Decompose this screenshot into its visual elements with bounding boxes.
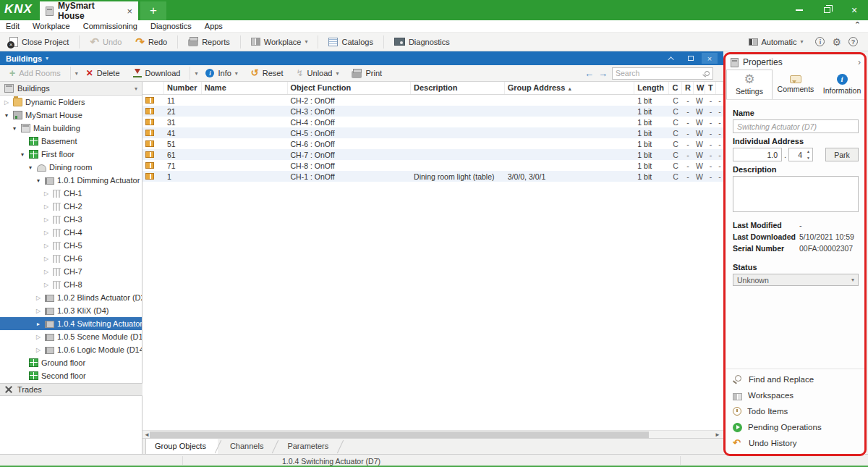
- tree-item[interactable]: ▷1.0.3 KliX (D4): [0, 304, 142, 317]
- tree-item[interactable]: ▷CH-6: [0, 252, 142, 265]
- sidebar-tool-pending-operations[interactable]: Pending Operations: [726, 419, 865, 435]
- tree-item[interactable]: ▸1.0.4 Switching Actuator (D7): [0, 317, 142, 330]
- print-button[interactable]: Print: [346, 67, 387, 80]
- table-row[interactable]: 1CH-1 : OnOffDining room light (table)3/…: [142, 171, 723, 182]
- table-row[interactable]: 11CH-2 : OnOff1 bitC-W--: [142, 95, 723, 106]
- window-close-button[interactable]: ×: [841, 0, 868, 20]
- column-header-t[interactable]: T: [705, 82, 716, 94]
- info-circle-icon[interactable]: i: [815, 37, 825, 46]
- address-device-stepper[interactable]: 4 ▲▼: [788, 148, 813, 161]
- column-header-c[interactable]: C: [669, 82, 682, 94]
- chevron-down-icon[interactable]: ▾: [46, 55, 48, 62]
- expand-arrow-icon[interactable]: ▷: [43, 282, 50, 288]
- reset-button[interactable]: ↺ Reset: [246, 66, 289, 80]
- tree-item[interactable]: ▷CH-8: [0, 278, 142, 291]
- tab-channels[interactable]: Channels: [221, 439, 275, 454]
- tree-item[interactable]: Basement: [0, 135, 142, 148]
- tree-item[interactable]: ▷CH-5: [0, 239, 142, 252]
- download-button[interactable]: Download: [128, 67, 186, 80]
- expand-arrow-icon[interactable]: ▷: [43, 256, 50, 262]
- spin-down-icon[interactable]: ▼: [804, 155, 812, 161]
- expand-arrow-icon[interactable]: ▷: [35, 295, 42, 301]
- expand-arrow-icon[interactable]: ▷: [43, 243, 50, 249]
- project-tab-close-icon[interactable]: ×: [127, 6, 132, 17]
- table-row[interactable]: 41CH-5 : OnOff1 bitC-W--: [142, 127, 723, 138]
- tree-item[interactable]: Ground floor: [0, 356, 142, 369]
- description-textarea[interactable]: [733, 176, 859, 212]
- address-area-input[interactable]: 1.0: [733, 148, 782, 161]
- tree-item[interactable]: ▾MySmart House: [0, 109, 142, 122]
- tree-item[interactable]: ▷CH-1: [0, 187, 142, 200]
- redo-button[interactable]: ↷ Redo: [130, 35, 172, 49]
- sidebar-tool-workspaces[interactable]: Workspaces: [726, 387, 865, 403]
- tree-item[interactable]: ▾Main building: [0, 122, 142, 135]
- tab-parameters[interactable]: Parameters: [278, 439, 340, 454]
- properties-tab-comments[interactable]: Comments: [773, 70, 819, 99]
- tree-item[interactable]: ▾1.0.1 Dimming Actuator (D0): [0, 174, 142, 187]
- properties-tab-settings[interactable]: ⚙Settings: [726, 70, 773, 99]
- horizontal-scrollbar[interactable]: ◄ ►: [142, 430, 723, 438]
- menu-item-diagnostics[interactable]: Diagnostics: [150, 22, 192, 30]
- tree-item[interactable]: ▾First floor: [0, 148, 142, 161]
- close-project-button[interactable]: Close Project: [4, 35, 74, 49]
- column-header-number[interactable]: Number: [164, 82, 202, 94]
- tree-header[interactable]: Buildings ▾: [0, 82, 142, 96]
- sidebar-tool-todo-items[interactable]: Todo Items: [726, 403, 865, 419]
- table-row[interactable]: 71CH-8 : OnOff1 bitC-W--: [142, 160, 723, 171]
- tree-item[interactable]: ▾Dining room: [0, 161, 142, 174]
- park-button[interactable]: Park: [825, 148, 859, 161]
- expand-arrow-icon[interactable]: ▷: [35, 308, 42, 314]
- tree-item[interactable]: ▷1.0.2 Blinds Actuator (D2): [0, 291, 142, 304]
- sidebar-tool-undo-history[interactable]: ↶Undo History: [726, 435, 865, 451]
- name-input[interactable]: Switching Actuator (D7): [733, 119, 859, 133]
- expand-arrow-icon[interactable]: ▷: [35, 334, 42, 340]
- settings-gear-icon[interactable]: ⚙: [832, 37, 841, 47]
- back-arrow-icon[interactable]: ←: [584, 68, 594, 79]
- tree-item[interactable]: ▷CH-2: [0, 200, 142, 213]
- panel-maximize-button[interactable]: [683, 53, 699, 64]
- info-button[interactable]: i Info ▾: [200, 67, 242, 80]
- menu-item-edit[interactable]: Edit: [6, 22, 20, 30]
- window-minimize-button[interactable]: [786, 0, 813, 20]
- collapse-arrow-icon[interactable]: ▾: [11, 125, 18, 132]
- new-project-tab-button[interactable]: +: [140, 1, 166, 20]
- tree-item[interactable]: Second floor: [0, 369, 142, 382]
- column-header-length[interactable]: Length: [634, 82, 669, 94]
- undo-button[interactable]: ↶ Undo: [85, 35, 127, 49]
- collapse-arrow-icon[interactable]: ▾: [35, 177, 42, 184]
- expand-arrow-icon[interactable]: ▸: [35, 321, 42, 327]
- project-tab[interactable]: MySmart House ×: [40, 1, 138, 20]
- table-row[interactable]: 51CH-6 : OnOff1 bitC-W--: [142, 138, 723, 149]
- tree-item[interactable]: ▷CH-3: [0, 213, 142, 226]
- expand-arrow-icon[interactable]: ▷: [43, 269, 50, 275]
- scrollbar-thumb[interactable]: [150, 432, 649, 438]
- column-header-r[interactable]: R: [682, 82, 694, 94]
- expand-arrow-icon[interactable]: ▷: [3, 99, 10, 106]
- spin-up-icon[interactable]: ▲: [804, 148, 812, 155]
- workplace-button[interactable]: Workplace ▾: [246, 35, 313, 49]
- menu-item-workplace[interactable]: Workplace: [33, 22, 70, 30]
- expand-arrow-icon[interactable]: ▷: [43, 203, 50, 210]
- trades-section[interactable]: Trades: [0, 383, 142, 396]
- expand-arrow-icon[interactable]: ▷: [43, 230, 50, 236]
- ribbon-collapse-icon[interactable]: ⌃: [854, 20, 861, 30]
- window-restore-button[interactable]: [813, 0, 841, 20]
- status-dropdown[interactable]: Unknown ▾: [733, 274, 859, 286]
- collapse-arrow-icon[interactable]: ▾: [3, 112, 10, 119]
- search-input[interactable]: Search: [612, 67, 713, 80]
- expand-arrow-icon[interactable]: ▷: [35, 347, 42, 353]
- tab-group-objects[interactable]: Group Objects: [145, 439, 218, 454]
- table-row[interactable]: 61CH-7 : OnOff1 bitC-W--: [142, 149, 723, 160]
- table-row[interactable]: 31CH-4 : OnOff1 bitC-W--: [142, 117, 723, 127]
- table-row[interactable]: 21CH-3 : OnOff1 bitC-W--: [142, 106, 723, 117]
- expand-arrow-icon[interactable]: ▷: [43, 190, 50, 197]
- help-icon[interactable]: ?: [848, 37, 858, 46]
- reports-button[interactable]: Reports: [183, 35, 235, 49]
- sidebar-tool-find-and-replace[interactable]: Find and Replace: [726, 371, 865, 387]
- add-rooms-dropdown-icon[interactable]: ▾: [75, 70, 78, 77]
- panel-collapse-button[interactable]: [664, 53, 680, 64]
- properties-tab-information[interactable]: iInformation: [819, 70, 865, 99]
- expand-arrow-icon[interactable]: ▷: [43, 216, 50, 223]
- tree-item[interactable]: ▷1.0.6 Logic Module (D14): [0, 343, 142, 356]
- forward-arrow-icon[interactable]: →: [598, 68, 608, 79]
